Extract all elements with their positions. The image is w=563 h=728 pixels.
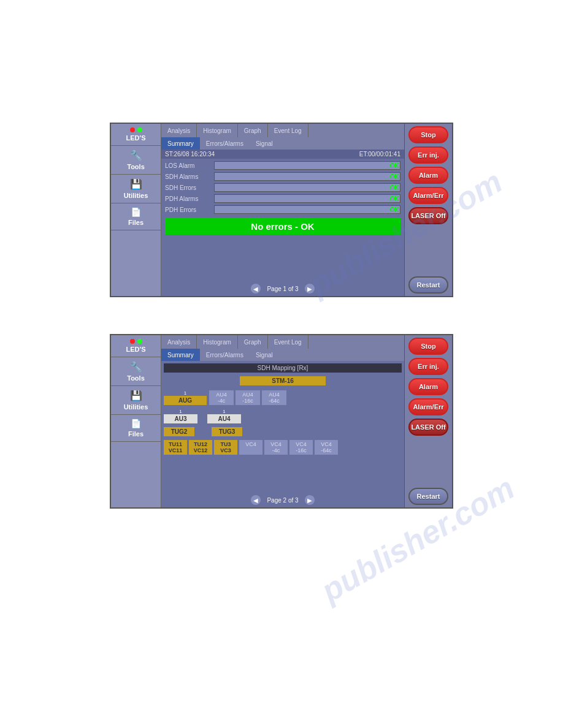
au4-single-box[interactable]: AU4 [207, 414, 241, 423]
main-content-2: Analysis Histogram Graph Event Log Summa… [161, 335, 404, 507]
au4-box-16c[interactable]: AU4-16c [236, 390, 260, 405]
au3-box[interactable]: AU3 [164, 414, 197, 423]
tab-analysis-1[interactable]: Analysis [161, 124, 197, 137]
row-label-pdherrors: PDH Errors [165, 207, 214, 213]
aug-box[interactable]: AUG [164, 396, 207, 405]
sidebar-item-tools-2[interactable]: 🔧 Tools [111, 357, 161, 386]
vc4-64c-box[interactable]: VC4-64c [315, 440, 338, 455]
prev-page-2[interactable]: ◀ [251, 495, 261, 505]
row-ok-pdhalarms: OK [390, 195, 399, 203]
row-sdh-alarms: SDH Alarms OK [163, 171, 403, 182]
files-label: Files [128, 219, 144, 226]
row-ok-sdherrors: OK [390, 184, 399, 192]
sidebar-item-leds-2[interactable]: LED'S [111, 335, 161, 357]
subtab-signal-1[interactable]: Signal [250, 137, 279, 150]
row-bar-sdhalarms: OK [214, 172, 400, 181]
row-label-sdhalarms: SDH Alarms [165, 173, 214, 180]
alarm-button-2[interactable]: Alarm [408, 378, 448, 395]
row-label-sdherrors: SDH Errors [165, 184, 214, 191]
sub-tab-bar-1: Summary Errors/Alarms Signal [161, 137, 404, 150]
alarmerr-button-2[interactable]: Alarm/Err [408, 398, 448, 415]
tab-eventlog-2[interactable]: Event Log [268, 335, 308, 349]
led-indicators-2 [130, 339, 142, 344]
restart-button-1[interactable]: Restart [408, 276, 448, 294]
tu-row: TU11VC11 TU12VC12 TU3VC3 VC4 VC4-4c VC4-… [164, 440, 402, 455]
tab-eventlog-1[interactable]: Event Log [268, 124, 308, 137]
files-icon: 📄 [131, 207, 141, 217]
au4-group: AU4-4c AU4-16c AU4-64c [209, 390, 286, 405]
tu11-vc11-box[interactable]: TU11VC11 [164, 440, 187, 455]
tools-label: Tools [127, 163, 145, 170]
tab-graph-2[interactable]: Graph [238, 335, 268, 349]
pagination-1: ◀ Page 1 of 3 ▶ [161, 281, 404, 296]
sidebar-1: LED'S 🔧 Tools 💾 Utilities 📄 Files [111, 124, 161, 296]
au4-box-4c[interactable]: AU4-4c [209, 390, 234, 405]
laser-button-2[interactable]: LASER Off [408, 419, 448, 436]
tab-histogram-2[interactable]: Histogram [197, 335, 238, 349]
stm-box[interactable]: STM-16 [240, 376, 326, 385]
tab-analysis-2[interactable]: Analysis [161, 335, 197, 349]
sidebar-item-files[interactable]: 📄 Files [111, 203, 161, 230]
errinj-button-1[interactable]: Err inj. [408, 146, 448, 164]
btn-panel-1: Stop Err inj. Alarm Alarm/Err LASER Off … [404, 124, 452, 296]
sidebar-item-utilities-2[interactable]: 💾 Utilities [111, 386, 161, 415]
page-wrapper: LED'S 🔧 Tools 💾 Utilities 📄 Files Analys… [0, 0, 563, 570]
sub-tab-bar-2: Summary Errors/Alarms Signal [161, 349, 404, 361]
subtab-summary-2[interactable]: Summary [161, 349, 200, 361]
start-time: ST:26/08 16:20:34 [165, 151, 215, 157]
data-table-1: LOS Alarm OK SDH Alarms OK SDH Errors OK [161, 159, 404, 281]
mapping-area: SDH Mapping [Rx] STM-16 1 AUG AU4-4c AU4… [161, 361, 404, 493]
vc4-16c-box[interactable]: VC4-16c [289, 440, 313, 455]
tab-histogram-1[interactable]: Histogram [197, 124, 238, 137]
led-red-2 [130, 339, 135, 344]
row-sdh-errors: SDH Errors OK [163, 182, 403, 193]
tab-graph-1[interactable]: Graph [238, 124, 268, 137]
stop-button-2[interactable]: Stop [408, 338, 448, 355]
elapsed-time: ET:00/00:01:41 [359, 151, 400, 157]
tab-bar-2: Analysis Histogram Graph Event Log [161, 335, 404, 349]
tools-label-2: Tools [127, 374, 145, 382]
utilities-label: Utilities [124, 192, 148, 199]
errinj-button-2[interactable]: Err inj. [408, 358, 448, 375]
alarm-button-1[interactable]: Alarm [408, 167, 448, 184]
sidebar-2: LED'S 🔧 Tools 💾 Utilities 📄 Files [111, 335, 161, 507]
vc4-4c-box[interactable]: VC4-4c [264, 440, 288, 455]
vc4-box[interactable]: VC4 [239, 440, 262, 455]
tu12-vc12-box[interactable]: TU12VC12 [189, 440, 212, 455]
prev-page-1[interactable]: ◀ [251, 284, 261, 294]
subtab-errorsalarms-1[interactable]: Errors/Alarms [200, 137, 250, 150]
status-ok-text: No errors - OK [251, 221, 314, 232]
tu3-vc3-box[interactable]: TU3VC3 [214, 440, 237, 455]
page-label-1: Page 1 of 3 [267, 286, 298, 292]
files-label-2: Files [128, 430, 144, 438]
sidebar-item-tools[interactable]: 🔧 Tools [111, 146, 161, 175]
utilities-icon: 💾 [130, 178, 142, 190]
subtab-signal-2[interactable]: Signal [250, 349, 279, 361]
sidebar-item-utilities[interactable]: 💾 Utilities [111, 175, 161, 203]
status-bar-1: ST:26/08 16:20:34 ET:00/00:01:41 [161, 150, 404, 159]
sidebar-item-files-2[interactable]: 📄 Files [111, 415, 161, 442]
sidebar-item-leds[interactable]: LED'S [111, 124, 161, 146]
row-label-los: LOS Alarm [165, 162, 214, 169]
row-los-alarm: LOS Alarm OK [163, 160, 403, 171]
pagination-2: ◀ Page 2 of 3 ▶ [161, 493, 404, 507]
row-bar-pdherrors: OK [214, 205, 400, 214]
stop-button-1[interactable]: Stop [408, 126, 448, 143]
restart-button-2[interactable]: Restart [408, 488, 448, 505]
subtab-summary-1[interactable]: Summary [161, 137, 200, 150]
tug3-box[interactable]: TUG3 [212, 427, 242, 436]
row-pdh-alarms: PDH Alarms OK [163, 193, 403, 204]
tug2-box[interactable]: TUG2 [164, 427, 194, 436]
next-page-1[interactable]: ▶ [305, 284, 315, 294]
mapping-title: SDH Mapping [Rx] [164, 363, 402, 373]
btn-panel-2: Stop Err inj. Alarm Alarm/Err LASER Off … [404, 335, 452, 507]
led-indicators [130, 127, 142, 132]
alarmerr-button-1[interactable]: Alarm/Err [408, 187, 448, 204]
led-green-2 [137, 339, 142, 344]
subtab-errorsalarms-2[interactable]: Errors/Alarms [200, 349, 250, 361]
laser-button-1[interactable]: LASER Off [408, 207, 448, 224]
files-icon-2: 📄 [131, 419, 141, 428]
panel-1: LED'S 🔧 Tools 💾 Utilities 📄 Files Analys… [110, 123, 453, 297]
next-page-2[interactable]: ▶ [305, 495, 315, 505]
au4-box-64c[interactable]: AU4-64c [262, 390, 286, 405]
